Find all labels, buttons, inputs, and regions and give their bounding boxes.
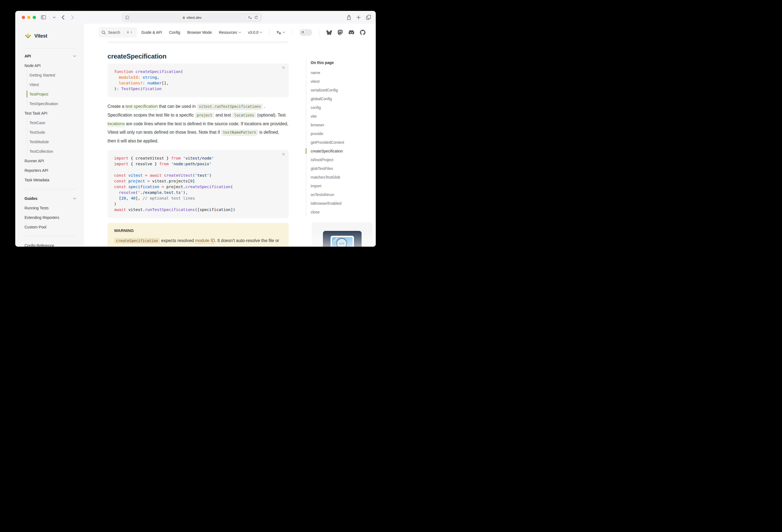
doc-link-locations[interactable]: locations — [108, 121, 125, 126]
sidebar-toggle-icon[interactable] — [41, 15, 46, 20]
sidebar-subgroup: TestCaseTestSuiteTestModuleTestCollectio… — [27, 118, 76, 156]
toc-item-getprovidedcontext[interactable]: getProvidedContext — [311, 138, 369, 147]
toc-item-isbrowserenabled[interactable]: isBrowserEnabled — [311, 199, 369, 208]
nav-divider — [319, 29, 319, 35]
forward-button[interactable] — [71, 15, 74, 20]
back-button[interactable] — [62, 15, 65, 20]
share-icon[interactable] — [347, 15, 351, 20]
toc-item-provide[interactable]: provide — [311, 129, 369, 138]
code-line: const project = vitest.projects[0] — [114, 178, 282, 184]
traffic-lights — [22, 16, 36, 19]
language-menu[interactable]: 文A — [277, 31, 285, 35]
warning-title: WARNING — [114, 228, 282, 233]
sidebar-item-running-tests[interactable]: Running Tests — [25, 203, 76, 213]
warning-callout: WARNING createSpecification expects reso… — [108, 223, 289, 247]
address-bar[interactable]: vitest.dev 文A — [122, 13, 262, 22]
toc-item-import[interactable]: import — [311, 182, 369, 190]
code-block-signature: ts function createSpecification( moduleI… — [108, 64, 289, 97]
code-line: function createSpecification( — [114, 69, 282, 75]
toc-item-serializedconfig[interactable]: serializedConfig — [311, 86, 369, 95]
sidebar-item-node-api[interactable]: Node API — [25, 61, 76, 70]
search-shortcut-badge: ⌘ K — [125, 30, 134, 35]
sidebar-item-testcase[interactable]: TestCase — [27, 118, 76, 128]
minimize-window-button[interactable] — [27, 16, 31, 19]
sponsor-fade-overlay — [312, 222, 373, 247]
doc-code-link-vitest-runtestspecifications[interactable]: vitest.runTestSpecifications — [197, 104, 263, 109]
sidebar-item-testsuite[interactable]: TestSuite — [27, 128, 76, 137]
toc-item-createspecification[interactable]: createSpecification — [311, 147, 369, 155]
code-line: moduleId: string, — [114, 75, 282, 80]
sidebar-item-config-reference[interactable]: Config Reference — [25, 241, 76, 247]
reload-icon[interactable] — [254, 15, 258, 19]
toc-item-ontestsrerun[interactable]: onTestsRerun — [311, 190, 369, 199]
sidebar-section-guides[interactable]: Guides — [25, 193, 76, 203]
warning-body: createSpecification expects resolved mod… — [114, 237, 282, 247]
zoom-window-button[interactable] — [33, 16, 36, 19]
sidebar-nav: APINode APIGetting StartedVitestTestProj… — [25, 48, 76, 247]
sidebar-item-custom-pool[interactable]: Custom Pool — [25, 222, 76, 232]
toc-item-isrootproject[interactable]: isRootProject — [311, 155, 369, 164]
toc-item-globalconfig[interactable]: globalConfig — [311, 95, 369, 103]
nav-divider — [292, 29, 292, 35]
sidebar-item-extending-reporters[interactable]: Extending Reporters — [25, 213, 76, 222]
code-line: locations?: number[], — [114, 80, 282, 86]
new-tab-icon[interactable] — [356, 15, 361, 20]
translate-icon[interactable]: 文A — [248, 16, 252, 19]
code-line: await vitest.runTestSpecifications([spec… — [114, 207, 282, 213]
search-button[interactable]: Search ⌘ K — [99, 27, 137, 38]
toc-item-matchestestglob[interactable]: matchesTestGlob — [311, 173, 369, 182]
toc-item-vitest[interactable]: vitest — [311, 77, 369, 86]
search-label: Search — [108, 30, 120, 35]
reader-icon[interactable] — [125, 15, 129, 20]
chevron-down-icon[interactable] — [53, 16, 56, 18]
chevron-down-icon — [260, 32, 262, 33]
sidebar-item-runner-api[interactable]: Runner API — [25, 156, 76, 166]
code-line: ): TestSpecification — [114, 86, 282, 92]
sidebar-item-testspecification[interactable]: TestSpecification — [27, 99, 76, 108]
close-window-button[interactable] — [22, 16, 25, 19]
sidebar-item-vitest[interactable]: Vitest — [27, 80, 76, 89]
sidebar-section-api[interactable]: API — [25, 51, 76, 61]
toc-item-name[interactable]: name — [311, 68, 369, 77]
toc-item-config[interactable]: config — [311, 103, 369, 112]
toc-item-browser[interactable]: browser — [311, 120, 369, 129]
url-text: vitest.dev — [186, 15, 202, 20]
nav-link-browser-mode[interactable]: Browser Mode — [187, 30, 212, 35]
doc-paragraph: Create a test specification that can be … — [108, 102, 289, 145]
nav-dropdown-resources[interactable]: Resources — [219, 30, 241, 35]
doc-content: createSpecification ts function createSp… — [108, 41, 289, 247]
nav-link-guide-api[interactable]: Guide & API — [141, 30, 162, 35]
doc-link-module-id[interactable]: module ID — [195, 238, 215, 243]
toc-item-vite[interactable]: vite — [311, 112, 369, 120]
mastodon-icon[interactable] — [337, 30, 343, 35]
sponsor-card[interactable]: </> — [312, 222, 373, 247]
code-language-label: ts — [282, 66, 285, 69]
github-icon[interactable] — [360, 30, 365, 35]
nav-link-config[interactable]: Config — [169, 30, 180, 35]
toc-item-close[interactable]: close — [311, 208, 369, 216]
sidebar-item-getting-started[interactable]: Getting Started — [27, 70, 76, 80]
nav-dropdown-version[interactable]: v3.0.0 — [248, 30, 262, 35]
site-logo[interactable]: Vitest — [25, 24, 76, 48]
doc-code-link-testnamepattern[interactable]: testNamePattern — [221, 130, 258, 135]
discord-icon[interactable] — [349, 30, 354, 35]
sidebar-item-task-metadata[interactable]: Task Metadata — [25, 175, 76, 185]
sidebar-item-testproject[interactable]: TestProject — [27, 89, 76, 99]
sidebar-item-test-task-api[interactable]: Test Task API — [25, 108, 76, 118]
theme-toggle[interactable] — [299, 29, 312, 36]
url-tools: 文A — [246, 14, 260, 21]
sidebar-subgroup: Getting StartedVitestTestProjectTestSpec… — [27, 70, 76, 108]
sidebar-item-testmodule[interactable]: TestModule — [27, 137, 76, 146]
site-page: Vitest APINode APIGetting StartedVitestT… — [15, 24, 376, 247]
site-title: Vitest — [34, 33, 47, 39]
sidebar-item-testcollection[interactable]: TestCollection — [27, 146, 76, 156]
search-icon — [102, 31, 106, 35]
sidebar-item-reporters-api[interactable]: Reporters API — [25, 166, 76, 175]
toc-item-globtestfiles[interactable]: globTestFiles — [311, 164, 369, 173]
tabs-overview-icon[interactable] — [366, 15, 371, 20]
doc-link-test-specification[interactable]: test specification — [126, 104, 158, 109]
code-language-label: ts — [282, 152, 285, 156]
bluesky-icon[interactable] — [326, 30, 332, 35]
main-area: Search ⌘ K Guide & API Config Browser Mo… — [84, 24, 376, 247]
page-title: createSpecification — [108, 52, 289, 61]
